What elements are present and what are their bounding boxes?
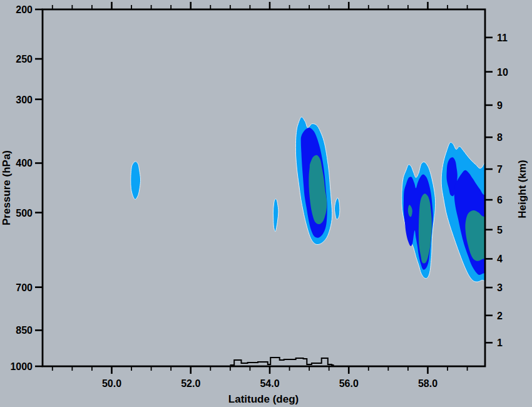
height-tick-label: 5	[497, 225, 503, 235]
contour-regions-layer	[131, 117, 492, 283]
height-tick-label: 2	[497, 311, 503, 321]
pressure-tick-label: 1000	[10, 361, 33, 372]
height-tick-label: 10	[497, 67, 508, 78]
latitude-tick-label: 52.0	[181, 378, 200, 389]
pressure-tick-label: 500	[16, 208, 33, 219]
height-tick-label: 6	[497, 195, 503, 205]
height-tick-label: 4	[497, 254, 503, 264]
height-tick-label: 3	[497, 282, 503, 293]
latitude-tick-label: 56.0	[339, 378, 359, 389]
height-axis-title: Height (km)	[516, 160, 528, 219]
pressure-tick-label: 400	[16, 158, 33, 168]
contour-region-cell-central-side-sliver-light	[335, 198, 340, 219]
height-tick-label: 9	[497, 100, 503, 111]
terrain-outline	[231, 358, 334, 366]
height-tick-label: 11	[497, 33, 508, 43]
contour-region-cell-mid-sliver-light	[273, 199, 278, 232]
contour-region-cell-west-light	[131, 162, 141, 200]
pressure-tick-label: 250	[16, 54, 33, 64]
latitude-tick-label: 58.0	[418, 378, 437, 389]
pressure-tick-label: 300	[16, 95, 33, 105]
cross-section-figure: 50.052.054.056.058.020025030040050070085…	[0, 0, 532, 407]
latitude-tick-label: 50.0	[102, 378, 121, 389]
pressure-tick-label: 200	[16, 4, 33, 15]
cross-section-chart: 50.052.054.056.058.020025030040050070085…	[0, 0, 532, 407]
height-tick-label: 7	[497, 164, 503, 175]
height-tick-label: 8	[497, 132, 503, 143]
latitude-axis-title: Latitude (deg)	[228, 393, 299, 405]
height-tick-label: 1	[497, 337, 503, 348]
terrain-layer	[231, 358, 334, 366]
latitude-tick-label: 54.0	[260, 378, 279, 389]
pressure-axis-title: Pressure (hPa)	[1, 150, 13, 225]
pressure-tick-label: 700	[16, 282, 33, 293]
pressure-tick-label: 850	[16, 325, 33, 336]
